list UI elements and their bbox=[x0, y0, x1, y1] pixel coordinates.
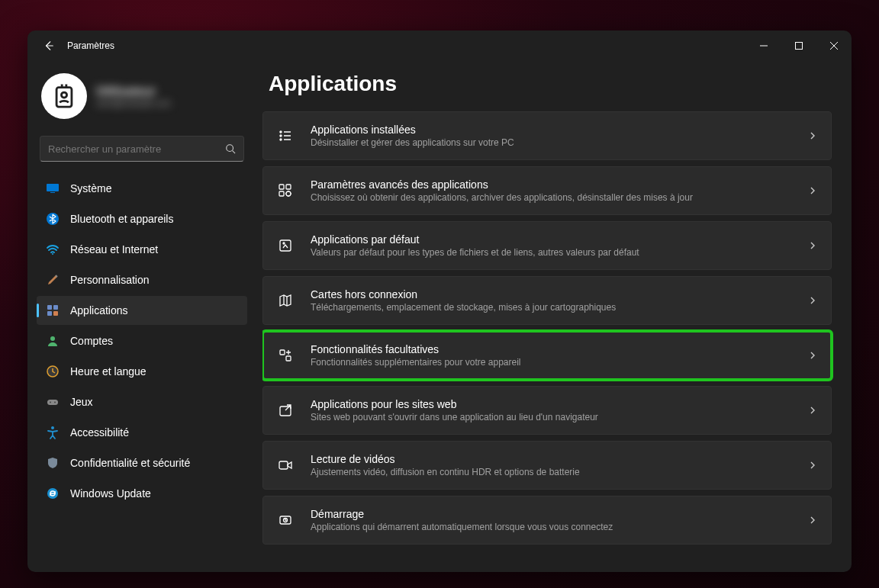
card-title: Applications par défaut bbox=[311, 233, 791, 246]
back-button[interactable] bbox=[38, 35, 60, 56]
profile-block[interactable]: Utilisateur user@example.com bbox=[37, 69, 247, 130]
video-icon bbox=[277, 457, 294, 474]
avatar bbox=[41, 73, 87, 119]
sidebar: Utilisateur user@example.com Système Blu… bbox=[27, 61, 256, 572]
card-subtitle: Applications qui démarrent automatiqueme… bbox=[311, 522, 791, 532]
close-button[interactable] bbox=[816, 31, 852, 61]
sidebar-item-network[interactable]: Réseau et Internet bbox=[37, 235, 247, 264]
svg-rect-13 bbox=[47, 305, 52, 310]
map-icon bbox=[277, 292, 294, 309]
apps-icon bbox=[46, 304, 60, 317]
minimize-icon bbox=[760, 42, 768, 50]
card-video-playback[interactable]: Lecture de vidéos Ajustements vidéo, dif… bbox=[262, 441, 832, 490]
svg-rect-10 bbox=[50, 192, 55, 193]
sidebar-item-apps[interactable]: Applications bbox=[37, 296, 247, 325]
svg-rect-38 bbox=[280, 406, 291, 416]
svg-point-28 bbox=[280, 139, 282, 140]
sidebar-item-label: Applications bbox=[70, 304, 128, 316]
settings-window: Paramètres Utilisateur user@example.com bbox=[27, 31, 852, 572]
main-pane: Applications Applications installées Dés… bbox=[256, 61, 852, 572]
profile-text: Utilisateur user@example.com bbox=[96, 85, 171, 108]
accessibility-icon bbox=[46, 426, 60, 439]
wifi-icon bbox=[46, 243, 60, 256]
maximize-button[interactable] bbox=[781, 31, 816, 61]
chevron-right-icon bbox=[808, 186, 817, 195]
minimize-button[interactable] bbox=[746, 31, 781, 61]
card-startup[interactable]: Démarrage Applications qui démarrent aut… bbox=[262, 496, 832, 545]
card-apps-for-websites[interactable]: Applications pour les sites web Sites we… bbox=[262, 386, 832, 435]
arrow-left-icon bbox=[43, 40, 54, 51]
card-title: Lecture de vidéos bbox=[311, 453, 791, 465]
svg-point-21 bbox=[54, 402, 56, 403]
profile-email: user@example.com bbox=[96, 98, 171, 108]
sidebar-item-accessibility[interactable]: Accessibilité bbox=[37, 418, 247, 447]
card-installed-apps[interactable]: Applications installées Désinstaller et … bbox=[262, 111, 832, 160]
search-box[interactable] bbox=[40, 136, 244, 162]
card-title: Applications pour les sites web bbox=[311, 398, 791, 410]
sidebar-item-label: Accessibilité bbox=[70, 426, 129, 439]
svg-point-17 bbox=[50, 336, 55, 341]
card-subtitle: Téléchargements, emplacement de stockage… bbox=[311, 302, 791, 313]
update-icon bbox=[46, 487, 60, 500]
sidebar-item-windows-update[interactable]: Windows Update bbox=[37, 479, 247, 508]
card-subtitle: Choisissez où obtenir des applications, … bbox=[311, 192, 791, 203]
svg-rect-39 bbox=[279, 461, 288, 469]
sidebar-item-label: Personnalisation bbox=[70, 274, 150, 286]
shield-icon bbox=[46, 456, 60, 470]
svg-rect-37 bbox=[286, 356, 291, 361]
svg-rect-30 bbox=[279, 185, 284, 189]
sidebar-item-privacy[interactable]: Confidentialité et sécurité bbox=[37, 448, 247, 477]
nav-list: Système Bluetooth et appareils Réseau et… bbox=[37, 174, 247, 508]
card-title: Paramètres avancés des applications bbox=[311, 178, 791, 191]
apps-gear-icon bbox=[277, 182, 294, 199]
bluetooth-icon bbox=[46, 212, 60, 226]
card-subtitle: Sites web pouvant s'ouvrir dans une appl… bbox=[311, 412, 791, 423]
sidebar-item-label: Windows Update bbox=[70, 487, 151, 500]
card-optional-features[interactable]: Fonctionnalités facultatives Fonctionnal… bbox=[262, 331, 832, 380]
chevron-right-icon bbox=[808, 131, 817, 140]
chevron-right-icon bbox=[808, 406, 817, 415]
svg-rect-31 bbox=[286, 185, 291, 189]
sidebar-item-label: Système bbox=[70, 182, 111, 194]
svg-rect-15 bbox=[47, 311, 52, 316]
clock-globe-icon bbox=[46, 365, 60, 378]
svg-point-22 bbox=[51, 426, 54, 429]
svg-point-35 bbox=[283, 243, 285, 244]
sidebar-item-system[interactable]: Système bbox=[37, 174, 247, 203]
list-icon bbox=[277, 127, 294, 144]
svg-rect-32 bbox=[279, 191, 284, 196]
startup-icon bbox=[277, 512, 294, 529]
svg-line-8 bbox=[233, 151, 236, 154]
window-title: Paramètres bbox=[67, 40, 114, 51]
gamepad-icon bbox=[46, 395, 60, 409]
sidebar-item-time-language[interactable]: Heure et langue bbox=[37, 357, 247, 386]
chevron-right-icon bbox=[808, 461, 817, 470]
card-advanced-app-settings[interactable]: Paramètres avancés des applications Choi… bbox=[262, 166, 832, 215]
sidebar-item-bluetooth[interactable]: Bluetooth et appareils bbox=[37, 204, 247, 233]
svg-rect-14 bbox=[53, 305, 58, 310]
card-subtitle: Fonctionnalités supplémentaires pour vot… bbox=[311, 357, 791, 368]
card-title: Cartes hors connexion bbox=[311, 288, 791, 300]
open-link-icon bbox=[277, 402, 294, 419]
svg-point-7 bbox=[227, 145, 233, 152]
svg-point-20 bbox=[50, 402, 51, 403]
page-title: Applications bbox=[269, 72, 835, 96]
sidebar-item-label: Bluetooth et appareils bbox=[70, 213, 173, 225]
sidebar-item-personalization[interactable]: Personnalisation bbox=[37, 265, 247, 294]
titlebar: Paramètres bbox=[27, 31, 852, 61]
person-icon bbox=[46, 334, 60, 348]
card-offline-maps[interactable]: Cartes hors connexion Téléchargements, e… bbox=[262, 276, 832, 325]
sidebar-item-label: Confidentialité et sécurité bbox=[70, 457, 190, 469]
card-title: Démarrage bbox=[311, 508, 791, 520]
sidebar-item-accounts[interactable]: Comptes bbox=[37, 326, 247, 355]
card-default-apps[interactable]: Applications par défaut Valeurs par défa… bbox=[262, 221, 832, 270]
optional-features-icon bbox=[277, 347, 294, 364]
card-subtitle: Désinstaller et gérer des applications s… bbox=[311, 137, 791, 148]
sidebar-item-gaming[interactable]: Jeux bbox=[37, 387, 247, 416]
chevron-right-icon bbox=[808, 296, 817, 305]
svg-rect-9 bbox=[47, 184, 59, 191]
svg-point-33 bbox=[286, 191, 291, 196]
close-icon bbox=[830, 42, 838, 50]
card-title: Fonctionnalités facultatives bbox=[311, 343, 791, 355]
search-input[interactable] bbox=[48, 143, 225, 155]
